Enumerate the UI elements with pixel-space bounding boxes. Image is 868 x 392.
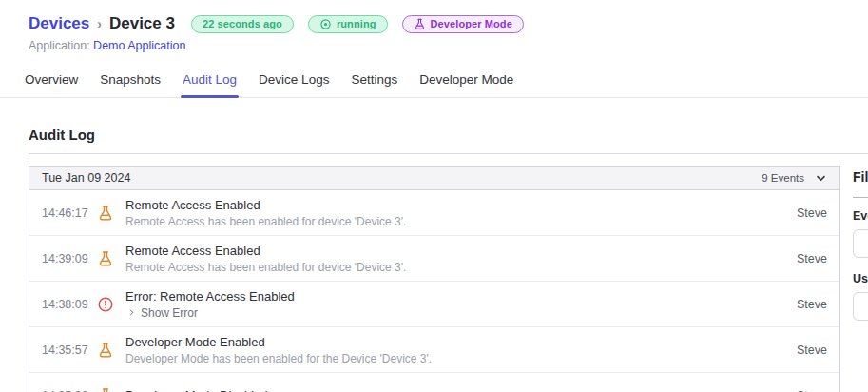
filter-event-type-label: Event Type — [853, 209, 868, 223]
badge-list: 22 seconds ago running Developer Mode — [191, 15, 524, 33]
event-row-list: 14:46:17 Remote Access Enabled Remote Ac… — [29, 190, 839, 392]
event-time: 14:38:09 — [42, 298, 91, 311]
breadcrumb-devices-link[interactable]: Devices — [29, 14, 89, 33]
event-title: Developer Mode Enabled — [125, 335, 432, 349]
badge-developer-mode: Developer Mode — [402, 15, 524, 33]
flask-icon — [414, 18, 426, 30]
tab-settings[interactable]: Settings — [349, 64, 399, 97]
tab-overview[interactable]: Overview — [23, 64, 80, 97]
event-time: 14:39:09 — [42, 252, 91, 265]
event-description: Remote Access has been enabled for devic… — [125, 215, 406, 228]
main-content: Audit Log Tue Jan 09 2024 9 Events 14:46… — [0, 127, 868, 392]
date-group-header[interactable]: Tue Jan 09 2024 9 Events — [29, 167, 839, 190]
event-content: Remote Access Enabled Remote Access has … — [125, 198, 406, 228]
audit-log-row: 14:35:57 Developer Mode Enabled Develope… — [29, 327, 839, 373]
event-time: 14:35:57 — [42, 343, 91, 357]
date-group-label: Tue Jan 09 2024 — [42, 171, 130, 185]
application-line: Application: Demo Application — [29, 39, 839, 52]
flask-icon — [97, 387, 114, 392]
chevron-down-icon[interactable] — [815, 172, 827, 185]
event-user: Steve — [797, 389, 827, 392]
audit-log-row: 14:39:09 Remote Access Enabled Remote Ac… — [29, 236, 839, 282]
error-icon — [97, 296, 114, 313]
filter-event-type-input[interactable] — [853, 229, 868, 258]
breadcrumb: Devices › Device 3 22 seconds ago runnin… — [29, 14, 839, 33]
show-error-toggle[interactable]: Show Error — [127, 306, 295, 320]
page: Devices › Device 3 22 seconds ago runnin… — [0, 0, 868, 392]
event-user: Steve — [797, 252, 827, 265]
breadcrumb-current-device: Device 3 — [109, 14, 175, 33]
record-icon — [319, 18, 332, 30]
audit-log-row: 14:46:17 Remote Access Enabled Remote Ac… — [29, 190, 839, 236]
event-content: Developer Mode Disabled — [125, 388, 268, 392]
filter-divider — [853, 197, 868, 198]
tab-snapshots[interactable]: Snapshots — [98, 64, 163, 97]
device-header: Devices › Device 3 22 seconds ago runnin… — [0, 0, 868, 52]
audit-log-table: Tue Jan 09 2024 9 Events 14:46:17 Remote… — [29, 166, 840, 392]
status-badge-label: Developer Mode — [431, 18, 512, 29]
section-divider — [29, 153, 868, 154]
filter-panel: Filter Event Type User — [853, 166, 868, 335]
application-link[interactable]: Demo Application — [93, 39, 185, 52]
event-title: Developer Mode Disabled — [125, 388, 268, 392]
event-description: Developer Mode has been enabled for the … — [125, 352, 432, 365]
event-content: Remote Access Enabled Remote Access has … — [125, 244, 406, 274]
event-description: Remote Access has been enabled for devic… — [125, 261, 406, 274]
status-badge-label: 22 seconds ago — [203, 18, 282, 29]
event-user: Steve — [797, 343, 827, 357]
filter-user-input[interactable] — [853, 292, 868, 321]
tab-device-logs[interactable]: Device Logs — [257, 64, 331, 97]
page-title: Audit Log — [29, 127, 868, 143]
badge-22-seconds-ago: 22 seconds ago — [191, 15, 294, 33]
event-title: Remote Access Enabled — [125, 198, 406, 212]
tab-developer-mode[interactable]: Developer Mode — [417, 64, 515, 97]
badge-running: running — [308, 15, 388, 33]
application-label: Application: — [29, 39, 90, 52]
flask-icon — [97, 342, 114, 359]
tab-bar: Overview Snapshots Audit Log Device Logs… — [0, 64, 868, 98]
flask-icon — [97, 250, 114, 267]
audit-log-section: Audit Log Tue Jan 09 2024 9 Events 14:46… — [29, 127, 868, 392]
event-time: 14:46:17 — [42, 206, 91, 220]
event-title: Remote Access Enabled — [125, 244, 406, 258]
audit-log-row: 14:35:30 Developer Mode Disabled Steve — [29, 373, 839, 392]
breadcrumb-separator-icon: › — [97, 16, 102, 31]
event-content: Developer Mode Enabled Developer Mode ha… — [125, 335, 432, 365]
event-content: Error: Remote Access Enabled Show Error — [125, 289, 295, 320]
status-badge-label: running — [337, 18, 376, 29]
audit-log-row: 14:38:09 Error: Remote Access Enabled Sh… — [29, 282, 839, 327]
event-title: Error: Remote Access Enabled — [125, 289, 295, 304]
flask-icon — [97, 205, 114, 222]
chevron-right-icon — [127, 308, 136, 317]
show-error-label: Show Error — [141, 306, 198, 320]
event-user: Steve — [797, 206, 827, 220]
event-time: 14:35:30 — [42, 389, 91, 392]
filter-panel-title: Filter — [853, 169, 868, 185]
filter-user-label: User — [853, 272, 868, 285]
tab-audit-log[interactable]: Audit Log — [181, 64, 239, 97]
events-count-badge: 9 Events — [762, 172, 804, 184]
event-user: Steve — [797, 298, 827, 311]
